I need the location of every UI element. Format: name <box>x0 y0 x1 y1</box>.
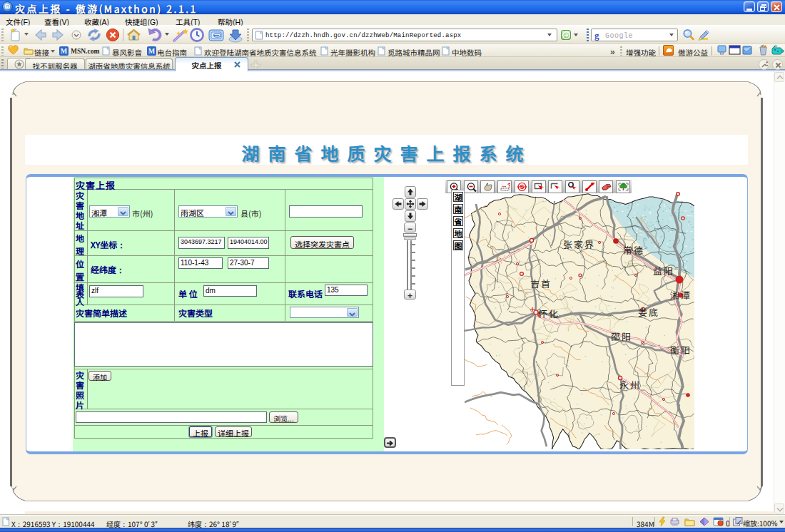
svg-text:衡阳: 衡阳 <box>670 343 692 357</box>
svg-text:益阳: 益阳 <box>653 264 674 277</box>
svg-text:湘潭: 湘潭 <box>670 288 692 302</box>
svg-text:怀化: 怀化 <box>538 307 559 320</box>
svg-text:邵阳: 邵阳 <box>611 329 632 343</box>
svg-text:张家界: 张家界 <box>563 237 595 251</box>
svg-text:常德: 常德 <box>623 243 644 257</box>
svg-text:吉首: 吉首 <box>530 277 552 290</box>
svg-text:永州: 永州 <box>619 378 641 392</box>
svg-text:娄底: 娄底 <box>638 305 659 319</box>
